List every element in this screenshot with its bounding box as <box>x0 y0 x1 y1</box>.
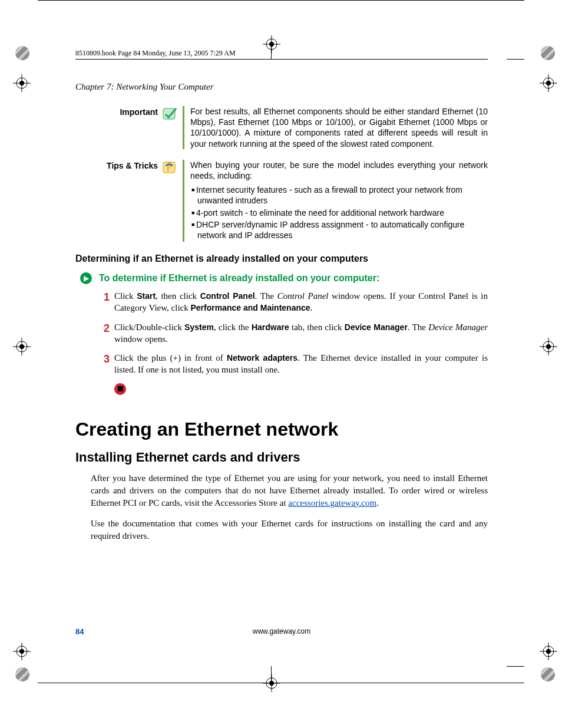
step-text: Click the plus (+) in front of <box>114 353 227 363</box>
ui-term: Control Panel <box>200 291 255 301</box>
hatched-circle-icon <box>15 667 29 681</box>
important-label: Important <box>75 106 161 149</box>
registration-mark-icon <box>263 674 280 692</box>
crop-line-bottom <box>38 683 524 683</box>
registration-mark-icon <box>263 35 280 53</box>
page-footer: 84 www.gateway.com <box>75 627 488 637</box>
step-text: Click <box>114 291 137 301</box>
step-text: . The <box>255 291 277 301</box>
svg-point-7 <box>546 81 551 85</box>
step-body: Click the plus (+) in front of Network a… <box>114 352 488 376</box>
tips-callout: Tips & Tricks When buying your router, b… <box>75 160 488 242</box>
page-content: Important For best results, all Ethernet… <box>75 106 488 551</box>
paragraph-text: . <box>376 498 379 508</box>
step: 3 Click the plus (+) in front of Network… <box>97 352 488 376</box>
crop-line-top <box>38 0 524 1</box>
svg-point-19 <box>19 649 24 654</box>
step-text: tab, then click <box>289 322 345 332</box>
step-text: . <box>310 303 313 312</box>
callout-separator <box>183 160 184 242</box>
step-text: , click the <box>214 322 252 332</box>
step-number: 2 <box>97 321 114 345</box>
task-heading: ▶ To determine if Ethernet is already in… <box>75 272 488 284</box>
svg-point-11 <box>19 344 24 349</box>
callout-separator <box>183 106 184 149</box>
step: 2 Click/Double-click System, click the H… <box>97 321 488 345</box>
hatched-circle-icon <box>15 46 29 60</box>
registration-mark-icon <box>540 74 557 92</box>
step-body: Click/Double-click System, click the Har… <box>114 321 488 345</box>
important-text: For best results, all Ethernet component… <box>190 106 488 149</box>
subheading: Determining if an Ethernet is already in… <box>75 253 488 264</box>
registration-mark-icon <box>540 338 557 355</box>
svg-point-31 <box>269 42 274 47</box>
crop-line-top-right <box>507 59 524 60</box>
paragraph: Use the documentation that comes with yo… <box>91 518 488 542</box>
ui-term: Start <box>137 291 156 301</box>
header-rule <box>75 59 488 60</box>
window-name: Device Manager <box>428 322 488 332</box>
accessories-link[interactable]: accessories.gateway.com <box>288 498 376 508</box>
tips-item: 4-port switch - to eliminate the need fo… <box>191 207 488 218</box>
svg-point-27 <box>269 681 274 686</box>
heading-2: Installing Ethernet cards and drivers <box>75 450 488 465</box>
step-body: Click Start, then click Control Panel. T… <box>114 290 488 314</box>
checkmark-icon <box>161 106 178 149</box>
registration-mark-icon <box>13 74 31 92</box>
tips-list: Internet security features - such as a f… <box>190 185 488 241</box>
tips-item: Internet security features - such as a f… <box>191 185 488 206</box>
tips-item: DHCP server/dynamic IP address assignmen… <box>191 219 488 241</box>
registration-mark-icon <box>540 643 557 660</box>
page-number: 84 <box>75 627 84 636</box>
ui-term: Device Manager <box>345 322 408 332</box>
step-text: . The <box>408 322 428 332</box>
svg-point-15 <box>546 344 551 349</box>
svg-point-3 <box>19 81 24 85</box>
paragraph: After you have determined the type of Et… <box>91 472 488 509</box>
ui-term: Network adapters <box>227 353 297 363</box>
step-number: 1 <box>97 290 114 314</box>
tips-body: When buying your router, be sure the mod… <box>190 160 488 242</box>
window-name: Control Panel <box>277 291 329 301</box>
end-task-icon <box>114 383 126 395</box>
tips-lead: When buying your router, be sure the mod… <box>190 160 488 180</box>
steps-list: 1 Click Start, then click Control Panel.… <box>97 290 488 376</box>
ui-term: Performance and Maintenance <box>190 303 310 312</box>
step-text: , then click <box>156 291 200 301</box>
tips-label: Tips & Tricks <box>75 160 161 242</box>
step-number: 3 <box>97 352 114 376</box>
crop-line-bottom-right <box>507 666 524 667</box>
task-title: To determine if Ethernet is already inst… <box>99 273 379 284</box>
step-text: Click/Double-click <box>114 322 184 332</box>
registration-mark-icon <box>13 338 31 355</box>
chapter-title: Chapter 7: Networking Your Computer <box>75 82 213 92</box>
ui-term: System <box>184 322 214 332</box>
finger-string-icon <box>161 160 178 242</box>
svg-point-23 <box>546 649 551 654</box>
play-arrow-icon: ▶ <box>80 272 92 284</box>
heading-1: Creating an Ethernet network <box>75 419 488 440</box>
hatched-circle-icon <box>541 46 555 60</box>
step: 1 Click Start, then click Control Panel.… <box>97 290 488 314</box>
hatched-circle-icon <box>541 667 555 681</box>
registration-mark-icon <box>13 643 31 660</box>
step-text: window opens. <box>114 334 168 344</box>
important-callout: Important For best results, all Ethernet… <box>75 106 488 149</box>
ui-term: Hardware <box>252 322 289 332</box>
footer-url: www.gateway.com <box>253 627 310 635</box>
print-header: 8510809.book Page 84 Monday, June 13, 20… <box>75 49 236 58</box>
